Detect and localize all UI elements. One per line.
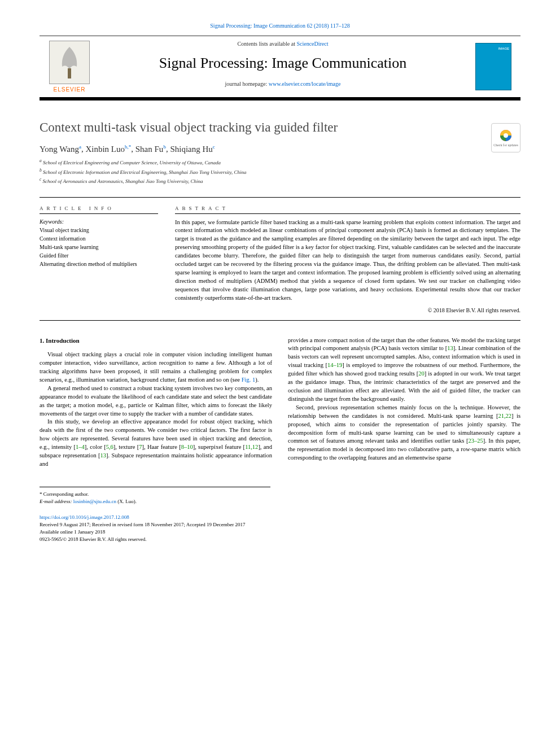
figure-ref-link[interactable]: Fig. 1: [242, 377, 256, 383]
keywords-list: Visual object tracking Context informati…: [40, 226, 158, 268]
publisher-block: ELSEVIER: [40, 36, 99, 97]
svg-point-6: [504, 133, 508, 138]
citation-link[interactable]: 20: [418, 370, 425, 377]
homepage-link[interactable]: www.elsevier.com/locate/image: [269, 81, 341, 87]
paragraph: A general method used to construct a rob…: [40, 385, 272, 418]
keyword: Alternating direction method of multipli…: [40, 260, 158, 268]
citation-link[interactable]: 1–4: [76, 444, 85, 450]
citation-link[interactable]: 13: [447, 345, 453, 351]
citation-link[interactable]: 8–10: [181, 444, 193, 450]
footnotes: * Corresponding author. E-mail address: …: [40, 487, 270, 506]
citation-link[interactable]: 23–25: [468, 438, 483, 444]
paragraph: provides a more compact notion of the ta…: [288, 337, 520, 404]
article-title: Context multi-task visual object trackin…: [40, 120, 480, 135]
aff-marker: c: [213, 144, 215, 150]
affiliations: a School of Electrical Engineering and C…: [40, 158, 480, 186]
keyword: Guided filter: [40, 251, 158, 260]
abstract-heading: ABSTRACT: [175, 206, 520, 214]
section-heading: 1. Introduction: [40, 337, 272, 346]
author: Shiqiang Hu: [170, 145, 212, 154]
article-metadata: https://doi.org/10.1016/j.image.2017.12.…: [40, 514, 520, 543]
doi-link[interactable]: https://doi.org/10.1016/j.image.2017.12.…: [40, 514, 129, 520]
paragraph: In this study, we develop an effective a…: [40, 418, 272, 468]
citation-link[interactable]: 14–19: [327, 362, 342, 368]
citation-link[interactable]: 21,22: [498, 413, 511, 419]
abstract-text: In this paper, we formulate particle fil…: [175, 219, 520, 303]
check-updates-label: Check for updates: [493, 143, 518, 147]
body-text: 1. Introduction Visual object tracking p…: [40, 337, 520, 469]
article-info-heading: ARTICLE INFO: [40, 206, 158, 214]
author: Yong Wang: [40, 145, 79, 154]
citation-link[interactable]: 13: [100, 452, 107, 458]
running-header: Signal Processing: Image Communication 6…: [40, 23, 520, 29]
affiliation: a School of Electrical Engineering and C…: [40, 158, 480, 167]
journal-name: Signal Processing: Image Communication: [99, 55, 466, 72]
affiliation: b School of Electronic Information and E…: [40, 167, 480, 177]
cover-label: IMAGE: [498, 47, 509, 50]
paragraph: Visual object tracking plays a crucial r…: [40, 351, 272, 385]
aff-marker: b: [163, 144, 166, 150]
email-line: E-mail address: losinbin@sjtu.edu.cn (X.…: [40, 498, 270, 506]
author: Shan Fu: [135, 145, 164, 154]
email-link[interactable]: losinbin@sjtu.edu.cn: [73, 499, 116, 504]
contents-line: Contents lists available at ScienceDirec…: [99, 41, 466, 47]
citation-link[interactable]: 11,12: [245, 444, 258, 450]
crossmark-icon: [499, 129, 513, 142]
journal-banner: ELSEVIER Contents lists available at Sci…: [40, 36, 520, 101]
check-updates-badge[interactable]: Check for updates: [491, 123, 520, 152]
sciencedirect-link[interactable]: ScienceDirect: [296, 41, 328, 47]
elsevier-tree-icon: [49, 41, 90, 84]
contents-prefix: Contents lists available at: [237, 41, 296, 47]
keyword: Visual object tracking: [40, 226, 158, 234]
aff-marker: a: [79, 144, 81, 150]
homepage-line: journal homepage: www.elsevier.com/locat…: [99, 81, 466, 87]
keyword: Multi-task sparse learning: [40, 243, 158, 251]
author-list: Yong Wanga, Xinbin Luob,*, Shan Fub, Shi…: [40, 144, 480, 154]
affiliation: c School of Aeronautics and Astronautics…: [40, 176, 480, 186]
citation-link[interactable]: 5,6: [106, 444, 113, 450]
issn-copyright: 0923-5965/© 2018 Elsevier B.V. All right…: [40, 536, 520, 543]
homepage-prefix: journal homepage:: [225, 81, 269, 87]
journal-cover-thumbnail: IMAGE: [475, 43, 511, 90]
keywords-label: Keywords:: [40, 219, 158, 225]
available-line: Available online 1 January 2018: [40, 528, 520, 536]
keyword: Context information: [40, 234, 158, 243]
copyright: © 2018 Elsevier B.V. All rights reserved…: [175, 307, 520, 313]
history-line: Received 9 August 2017; Received in revi…: [40, 521, 520, 528]
aff-marker: b,*: [125, 144, 131, 150]
paragraph: Second, previous representation schemes …: [288, 404, 520, 462]
publisher-name: ELSEVIER: [54, 86, 86, 93]
divider: [40, 320, 520, 321]
svg-rect-1: [68, 68, 71, 78]
corresponding-author-note: * Corresponding author.: [40, 491, 270, 499]
author: Xinbin Luo: [85, 145, 125, 154]
